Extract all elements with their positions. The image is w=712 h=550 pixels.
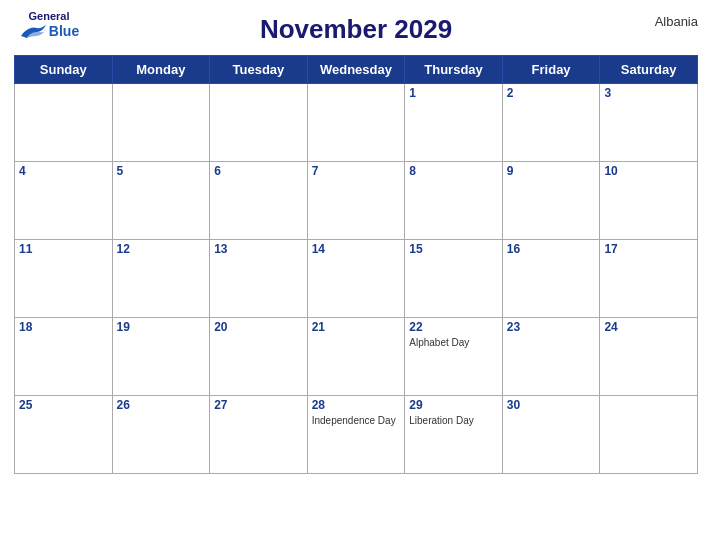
th-monday: Monday xyxy=(112,56,210,84)
logo-bird-icon xyxy=(19,22,47,40)
calendar-cell: 24 xyxy=(600,318,698,396)
calendar-body: 000012345678910111213141516171819202122A… xyxy=(15,84,698,474)
calendar-cell: 25 xyxy=(15,396,113,474)
calendar-cell: 4 xyxy=(15,162,113,240)
calendar-cell: 27 xyxy=(210,396,308,474)
week-row-1: 45678910 xyxy=(15,162,698,240)
calendar-cell: 2 xyxy=(502,84,600,162)
calendar-cell: 10 xyxy=(600,162,698,240)
logo-general-text: General xyxy=(29,10,70,22)
week-row-3: 1819202122Alphabet Day2324 xyxy=(15,318,698,396)
calendar-cell: 30 xyxy=(502,396,600,474)
country-label: Albania xyxy=(655,14,698,29)
calendar-cell: 12 xyxy=(112,240,210,318)
calendar-cell: 29Liberation Day xyxy=(405,396,503,474)
th-sunday: Sunday xyxy=(15,56,113,84)
calendar-wrapper: General Blue November 2029 Albania Sunda… xyxy=(0,0,712,488)
th-saturday: Saturday xyxy=(600,56,698,84)
day-number: 8 xyxy=(409,164,498,178)
day-number: 26 xyxy=(117,398,206,412)
event-label: Liberation Day xyxy=(409,414,498,427)
calendar-cell: 26 xyxy=(112,396,210,474)
day-number: 28 xyxy=(312,398,401,412)
event-label: Independence Day xyxy=(312,414,401,427)
calendar-cell: 17 xyxy=(600,240,698,318)
th-tuesday: Tuesday xyxy=(210,56,308,84)
day-number: 23 xyxy=(507,320,596,334)
day-number: 19 xyxy=(117,320,206,334)
day-number: 17 xyxy=(604,242,693,256)
calendar-cell: 23 xyxy=(502,318,600,396)
calendar-cell: 1 xyxy=(405,84,503,162)
calendar-cell: 21 xyxy=(307,318,405,396)
calendar-cell: 6 xyxy=(210,162,308,240)
day-number: 10 xyxy=(604,164,693,178)
th-wednesday: Wednesday xyxy=(307,56,405,84)
calendar-title: November 2029 xyxy=(260,14,452,45)
calendar-cell: 0 xyxy=(112,84,210,162)
day-number: 20 xyxy=(214,320,303,334)
day-number: 1 xyxy=(409,86,498,100)
calendar-cell: 28Independence Day xyxy=(307,396,405,474)
day-number: 12 xyxy=(117,242,206,256)
day-number: 2 xyxy=(507,86,596,100)
day-number: 6 xyxy=(214,164,303,178)
calendar-cell: 7 xyxy=(307,162,405,240)
day-number: 4 xyxy=(19,164,108,178)
day-number: 27 xyxy=(214,398,303,412)
day-number: 16 xyxy=(507,242,596,256)
calendar-cell: 0 xyxy=(15,84,113,162)
calendar-cell: 5 xyxy=(112,162,210,240)
calendar-cell: 15 xyxy=(405,240,503,318)
calendar-cell: 9 xyxy=(502,162,600,240)
calendar-cell: 22Alphabet Day xyxy=(405,318,503,396)
day-number: 14 xyxy=(312,242,401,256)
th-friday: Friday xyxy=(502,56,600,84)
header-row: Sunday Monday Tuesday Wednesday Thursday… xyxy=(15,56,698,84)
logo-area: General Blue xyxy=(14,10,84,40)
th-thursday: Thursday xyxy=(405,56,503,84)
day-number: 30 xyxy=(507,398,596,412)
day-number: 24 xyxy=(604,320,693,334)
day-number: 7 xyxy=(312,164,401,178)
day-number: 29 xyxy=(409,398,498,412)
week-row-4: 25262728Independence Day29Liberation Day… xyxy=(15,396,698,474)
day-number: 11 xyxy=(19,242,108,256)
calendar-table: Sunday Monday Tuesday Wednesday Thursday… xyxy=(14,55,698,474)
day-number: 9 xyxy=(507,164,596,178)
calendar-cell: 0 xyxy=(600,396,698,474)
day-number: 25 xyxy=(19,398,108,412)
day-number: 5 xyxy=(117,164,206,178)
calendar-cell: 20 xyxy=(210,318,308,396)
calendar-thead: Sunday Monday Tuesday Wednesday Thursday… xyxy=(15,56,698,84)
day-number: 13 xyxy=(214,242,303,256)
calendar-cell: 14 xyxy=(307,240,405,318)
logo-blue-text: Blue xyxy=(49,24,79,38)
week-row-0: 0000123 xyxy=(15,84,698,162)
calendar-cell: 11 xyxy=(15,240,113,318)
week-row-2: 11121314151617 xyxy=(15,240,698,318)
calendar-cell: 0 xyxy=(307,84,405,162)
day-number: 21 xyxy=(312,320,401,334)
calendar-header: General Blue November 2029 Albania xyxy=(14,10,698,49)
calendar-cell: 18 xyxy=(15,318,113,396)
day-number: 3 xyxy=(604,86,693,100)
calendar-cell: 0 xyxy=(210,84,308,162)
calendar-cell: 8 xyxy=(405,162,503,240)
event-label: Alphabet Day xyxy=(409,336,498,349)
day-number: 18 xyxy=(19,320,108,334)
calendar-cell: 3 xyxy=(600,84,698,162)
calendar-cell: 19 xyxy=(112,318,210,396)
calendar-cell: 13 xyxy=(210,240,308,318)
day-number: 15 xyxy=(409,242,498,256)
calendar-cell: 16 xyxy=(502,240,600,318)
day-number: 22 xyxy=(409,320,498,334)
